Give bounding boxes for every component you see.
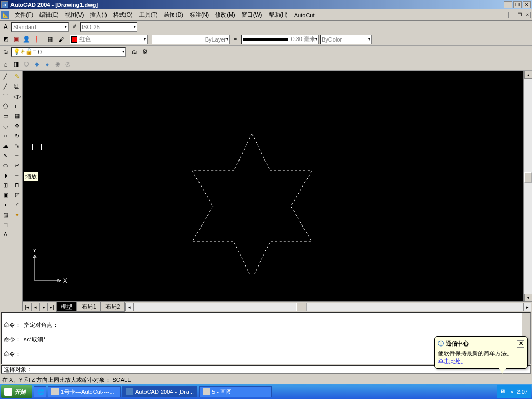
dim-style-icon[interactable]: ✐ — [70, 22, 79, 32]
prop-btn-4[interactable]: ❗ — [32, 35, 42, 44]
drawing-canvas[interactable]: 缩放 X Y — [23, 71, 524, 302]
xline-tool[interactable]: ╱ — [1, 82, 10, 91]
linetype-combo[interactable]: ByLayer▾ — [152, 35, 230, 44]
trim-tool[interactable]: ✂ — [12, 161, 22, 170]
pline-tool[interactable]: ⌒ — [1, 91, 10, 101]
stretch-tool[interactable]: ↔ — [12, 151, 22, 160]
rotate-tool[interactable]: ↻ — [12, 131, 22, 140]
menu-file[interactable]: 文件(F) — [11, 10, 36, 20]
maximize-button[interactable]: ❐ — [513, 1, 522, 8]
plotstyle-combo[interactable]: ByColor▾ — [320, 35, 372, 44]
region-tool[interactable]: ◻ — [1, 220, 10, 229]
start-button[interactable]: 开始 — [1, 385, 32, 398]
tray-icon-1[interactable]: 🖥 — [500, 388, 507, 395]
ellipse-tool[interactable]: ⬭ — [1, 161, 10, 170]
view-iso-ne-icon[interactable]: ◆ — [32, 60, 42, 69]
color-combo[interactable]: 红色▾ — [70, 35, 148, 44]
view-iso-sw-icon[interactable]: ◨ — [11, 60, 21, 69]
prop-btn-2[interactable]: ▣ — [11, 35, 21, 44]
menu-help[interactable]: 帮助(H) — [265, 10, 291, 20]
spline-tool[interactable]: ∿ — [1, 151, 10, 160]
scroll-left-button[interactable]: ◂ — [125, 303, 134, 311]
circle-tool[interactable]: ○ — [1, 131, 10, 140]
view-iso-se-icon[interactable]: ⬡ — [22, 60, 31, 69]
layer-manager-icon[interactable]: 🗂 — [1, 47, 10, 57]
task-item-2[interactable]: AutoCAD 2004 - [Dra... — [122, 386, 197, 397]
text-tool[interactable]: A — [1, 230, 10, 239]
tray-expand-button[interactable]: « — [510, 389, 513, 395]
view-iso-nw-icon[interactable]: ● — [43, 60, 52, 69]
mdi-close-button[interactable]: ✕ — [524, 12, 531, 18]
menu-draw[interactable]: 绘图(D) — [161, 10, 187, 20]
chamfer-tool[interactable]: ◸ — [12, 190, 22, 200]
move-tool[interactable]: ✥ — [12, 121, 22, 130]
scroll-thumb-v[interactable] — [524, 172, 532, 183]
array-tool[interactable]: ▦ — [12, 111, 22, 121]
prop-btn-3[interactable]: 👤 — [22, 35, 31, 44]
line-tool[interactable]: ╱ — [1, 72, 10, 81]
revcloud-tool[interactable]: ☁ — [1, 141, 10, 150]
scroll-right-button[interactable]: ▸ — [523, 303, 531, 311]
task-item-1[interactable]: 1号卡---AutoCut----... — [48, 386, 121, 397]
qselect-icon[interactable]: ▦ — [46, 35, 55, 44]
layer-previous-icon[interactable]: 🗂 — [130, 47, 139, 57]
view-front-icon[interactable]: ◎ — [63, 60, 73, 69]
menu-insert[interactable]: 插入(I) — [87, 10, 110, 20]
comm-link[interactable]: 单击此处。 — [438, 358, 467, 364]
linetype-manager-icon[interactable]: ≡ — [231, 35, 240, 44]
explode-tool[interactable]: ✦ — [12, 210, 22, 219]
clock[interactable]: 2:07 — [517, 389, 528, 395]
polygon-tool[interactable]: ⬠ — [1, 101, 10, 111]
mdi-minimize-button[interactable]: _ — [508, 12, 515, 18]
make-block-tool[interactable]: ▣ — [1, 190, 10, 200]
scroll-thumb-h[interactable] — [296, 303, 307, 311]
break-tool[interactable]: ⊓ — [12, 180, 22, 190]
fillet-tool[interactable]: ◜ — [12, 200, 22, 209]
tab-first-button[interactable]: |◂ — [23, 303, 31, 311]
lineweight-combo[interactable]: 0.30 毫米▾ — [241, 35, 319, 44]
scale-tool[interactable]: ⤡ — [12, 141, 22, 150]
menu-autocut[interactable]: AutoCut — [291, 11, 318, 19]
close-button[interactable]: ✕ — [523, 1, 531, 8]
insert-block-tool[interactable]: ⊞ — [1, 180, 10, 190]
point-tool[interactable]: • — [1, 200, 10, 209]
menu-format[interactable]: 格式(O) — [110, 10, 136, 20]
tab-layout1[interactable]: 布局1 — [77, 302, 101, 312]
ellipse-arc-tool[interactable]: ◗ — [1, 170, 10, 180]
offset-tool[interactable]: ⊏ — [12, 101, 22, 111]
arc-tool[interactable]: ◡ — [1, 121, 10, 130]
document-icon[interactable]: 📐 — [1, 11, 9, 19]
text-style-icon[interactable]: A̲ — [1, 22, 10, 32]
scroll-down-button[interactable]: ▾ — [524, 294, 532, 302]
vertical-scrollbar[interactable]: ▴ ▾ — [524, 71, 532, 302]
layer-states-icon[interactable]: ⚙ — [140, 47, 150, 57]
menu-modify[interactable]: 修改(M) — [212, 10, 238, 20]
mirror-tool[interactable]: ◁▷ — [12, 91, 22, 101]
extend-tool[interactable]: → — [12, 170, 22, 180]
mdi-restore-button[interactable]: ❐ — [516, 12, 523, 18]
menu-view[interactable]: 视图(V) — [62, 10, 87, 20]
view-top-icon[interactable]: ⌂ — [1, 60, 10, 69]
view-3dorbit-icon[interactable]: ◉ — [53, 60, 62, 69]
task-item-3[interactable]: 5 - 画图 — [199, 386, 272, 397]
scroll-up-button[interactable]: ▴ — [524, 71, 532, 79]
horizontal-scrollbar[interactable]: ◂ ▸ — [125, 303, 531, 311]
tab-next-button[interactable]: ▸ — [39, 303, 48, 311]
tab-model[interactable]: 模型 — [56, 302, 77, 312]
comm-close-button[interactable]: ✕ — [517, 340, 524, 348]
dim-style-combo[interactable]: ISO-25▾ — [80, 22, 137, 32]
hatch-tool[interactable]: ▨ — [1, 210, 10, 219]
menu-edit[interactable]: 编辑(E) — [36, 10, 62, 20]
layer-combo[interactable]: 💡 ☀ 🔓 □ 0 ▾ — [11, 47, 126, 57]
copy-tool[interactable]: ⿻ — [12, 82, 22, 91]
menu-window[interactable]: 窗口(W) — [238, 10, 265, 20]
menu-dimension[interactable]: 标注(N) — [187, 10, 212, 20]
text-style-combo[interactable]: Standard▾ — [11, 22, 69, 32]
tab-last-button[interactable]: ▸| — [48, 303, 56, 311]
rectangle-tool[interactable]: ▭ — [1, 111, 10, 121]
minimize-button[interactable]: _ — [504, 1, 512, 8]
menu-tools[interactable]: 工具(T) — [136, 10, 161, 20]
match-props-icon[interactable]: 🖌 — [56, 35, 65, 44]
tab-layout2[interactable]: 布局2 — [101, 302, 125, 312]
prop-btn-1[interactable]: ◩ — [1, 35, 10, 44]
